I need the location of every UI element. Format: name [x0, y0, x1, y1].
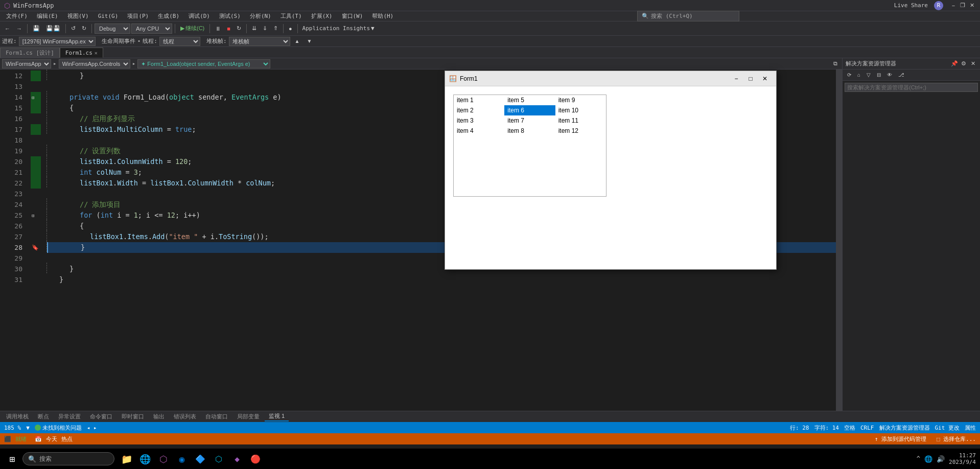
method-select[interactable]: ✦ Form1_Load(object sender, EventArgs e) [137, 59, 270, 68]
breakpoint-toggle[interactable]: ● [286, 23, 295, 34]
toolbar-forward[interactable]: → [14, 23, 25, 34]
editor-scrollbar[interactable] [836, 69, 842, 411]
git-changes-link[interactable]: Git 更改 [935, 424, 960, 432]
tab-exception-settings[interactable]: 异常设置 [54, 412, 85, 421]
listbox-cell-1-3[interactable]: item 9 [555, 95, 606, 105]
tab-breakpoints[interactable]: 断点 [34, 412, 53, 421]
tab-close-icon[interactable]: ✕ [95, 50, 98, 56]
step-out[interactable]: ⇑ [271, 23, 281, 34]
taskbar-icon-app1[interactable]: 🔷 [192, 451, 208, 467]
sol-preview-btn[interactable]: 👁 [884, 69, 895, 81]
restore-button[interactable]: ❐ [959, 2, 967, 10]
tab-local-vars[interactable]: 局部变量 [233, 412, 264, 421]
run-button[interactable]: ▶ 继续(C) [178, 23, 207, 34]
listbox-cell-3-2[interactable]: item 7 [504, 115, 555, 126]
tab-call-stack[interactable]: 调用堆栈 [2, 412, 33, 421]
select-repo[interactable]: ⬚ 选择仓库... [937, 435, 976, 443]
process-select[interactable]: [12976] WinFormsApp.exe [19, 37, 96, 46]
nav-arrows[interactable]: ◂ ▸ [87, 425, 97, 431]
menu-window[interactable]: 窗口(W) [338, 11, 367, 21]
listbox-cell-3-1[interactable]: item 3 [454, 115, 504, 126]
stack-select[interactable]: 堆栈帧 [229, 37, 290, 46]
pause-button[interactable]: ⏸ [213, 23, 223, 34]
menu-project[interactable]: 项目(P) [123, 11, 153, 21]
menu-build[interactable]: 生成(B) [154, 11, 183, 21]
app-insights-dropdown[interactable]: ▼ [371, 25, 375, 32]
tab-command-window[interactable]: 命令窗口 [86, 412, 116, 421]
form1-minimize-btn[interactable]: − [729, 73, 743, 84]
solution-settings-btn[interactable]: ⚙ [960, 60, 968, 68]
sol-home-btn[interactable]: ⌂ [855, 69, 863, 81]
menu-git[interactable]: Git(G) [94, 12, 123, 20]
menu-help[interactable]: 帮助(H) [368, 11, 398, 21]
listbox-cell-2-1[interactable]: item 2 [454, 105, 504, 115]
search-box-placeholder[interactable]: 搜索 (Ctrl+Q) [651, 12, 693, 20]
start-button[interactable]: ⊞ [4, 451, 20, 467]
tab-auto-window[interactable]: 自动窗口 [201, 412, 232, 421]
taskbar-icon-files[interactable]: 📁 [119, 451, 135, 467]
tab-form1-design[interactable]: Form1.cs [设计] [0, 48, 60, 58]
cpu-select[interactable]: Any CPU [131, 24, 172, 34]
tab-output[interactable]: 输出 [149, 412, 169, 421]
split-editor-btn[interactable]: ⧉ [831, 58, 840, 69]
close-button[interactable]: ✕ [968, 2, 976, 10]
taskbar-icon-browser[interactable]: 🌐 [137, 451, 153, 467]
thread-select[interactable]: 线程 [159, 37, 200, 46]
step-over[interactable]: ⇊ [249, 23, 259, 34]
form1-restore-btn[interactable]: □ [743, 73, 758, 84]
menu-file[interactable]: 文件(F) [2, 11, 32, 21]
sol-git-btn[interactable]: ⎇ [896, 69, 907, 81]
listbox-cell-2-2-selected[interactable]: item 6 [504, 105, 555, 115]
tab-error-list[interactable]: 错误列表 [170, 412, 200, 421]
listbox-cell-1-2[interactable]: item 5 [504, 95, 555, 105]
restart-button[interactable]: ↻ [234, 23, 244, 34]
sol-filter-btn[interactable]: ▽ [864, 69, 873, 81]
solution-search-input[interactable] [845, 83, 978, 92]
menu-edit[interactable]: 编辑(E) [33, 11, 62, 21]
toolbar-back[interactable]: ← [2, 23, 13, 34]
listbox-cell-2-3[interactable]: item 10 [555, 105, 606, 115]
tab-immediate-window[interactable]: 即时窗口 [118, 412, 148, 421]
menu-extensions[interactable]: 扩展(X) [307, 11, 337, 21]
menu-analyze[interactable]: 分析(N) [246, 11, 275, 21]
stack-down-btn[interactable]: ▼ [304, 36, 314, 47]
stop-button[interactable]: ■ [224, 23, 233, 34]
taskbar-icon-app3[interactable]: ◆ [229, 451, 245, 467]
menu-view[interactable]: 视图(V) [63, 11, 93, 21]
taskbar-icon-app4[interactable]: 🔴 [247, 451, 264, 467]
form1-close-btn[interactable]: ✕ [758, 73, 772, 84]
listbox-cell-4-3[interactable]: item 12 [555, 126, 606, 136]
toolbar-save-all[interactable]: 💾💾 [43, 23, 63, 34]
add-to-source-control[interactable]: ↑ 添加到源代码管理 [875, 435, 926, 443]
minimize-button[interactable]: − [949, 2, 958, 10]
taskbar-icon-edge[interactable]: ◉ [174, 451, 190, 467]
class-select[interactable]: WinFormsApp.Controls [59, 59, 130, 68]
zoom-down-icon[interactable]: ▼ [26, 425, 30, 431]
sol-collapse-btn[interactable]: ⊟ [874, 69, 883, 81]
live-share-button[interactable]: Live Share [894, 2, 928, 9]
listbox-cell-4-2[interactable]: item 8 [504, 126, 555, 136]
properties-link[interactable]: 属性 [965, 424, 976, 432]
listbox-control[interactable]: item 1 item 5 item 9 item 2 item 6 item … [453, 95, 606, 197]
listbox-cell-3-3[interactable]: item 11 [555, 115, 606, 126]
file-namespace-select[interactable]: WinFormsApp [2, 59, 51, 68]
step-into[interactable]: ⇓ [260, 23, 270, 34]
debug-mode-select[interactable]: Debug [95, 24, 130, 34]
taskbar-search-box[interactable]: 🔍 搜索 [22, 452, 114, 465]
solution-close-btn[interactable]: ✕ [969, 60, 977, 68]
menu-debug[interactable]: 调试(D) [184, 11, 214, 21]
menu-test[interactable]: 测试(S) [215, 11, 245, 21]
sol-sync-btn[interactable]: ⟳ [845, 69, 854, 81]
toolbar-redo[interactable]: ↻ [79, 23, 89, 34]
tab-watch1[interactable]: 监视 1 [265, 412, 289, 421]
menu-tools[interactable]: 工具(T) [276, 11, 306, 21]
listbox-cell-4-1[interactable]: item 4 [454, 126, 504, 136]
tab-form1-cs[interactable]: Form1.cs ✕ [60, 48, 103, 58]
taskbar-icon-vs[interactable]: ⬡ [155, 451, 172, 467]
listbox-cell-1-1[interactable]: item 1 [454, 95, 504, 105]
taskbar-icon-app2[interactable]: ⬡ [211, 451, 227, 467]
sol-explorer-link[interactable]: 解决方案资源管理器 [879, 424, 930, 432]
stack-up-btn[interactable]: ▲ [292, 36, 302, 47]
taskbar-tray-up[interactable]: ^ [917, 455, 920, 462]
toolbar-save[interactable]: 💾 [30, 23, 42, 34]
